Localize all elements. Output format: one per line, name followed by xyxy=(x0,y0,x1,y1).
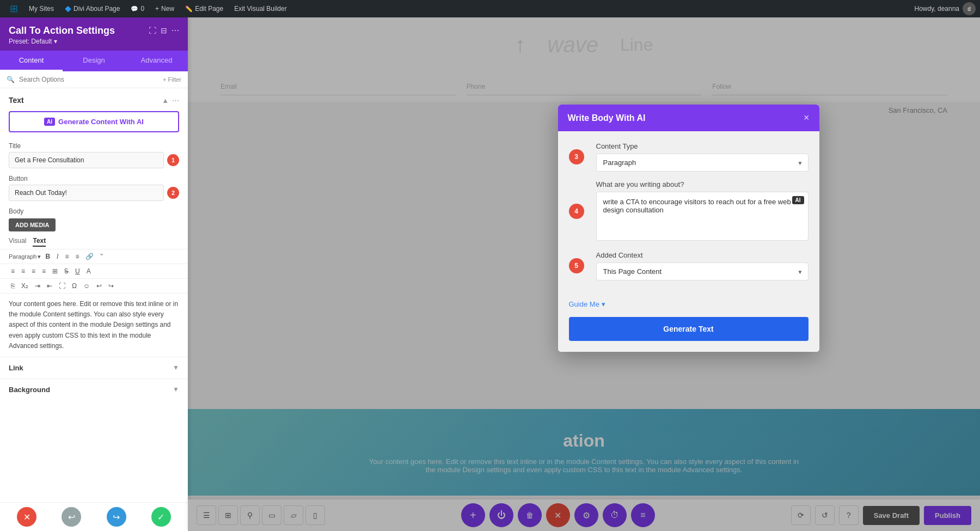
generate-text-button[interactable]: Generate Text xyxy=(569,317,808,341)
table-btn[interactable]: ⊞ xyxy=(50,266,60,276)
exit-visual-builder-btn[interactable]: Exit Visual Builder xyxy=(229,0,292,17)
redo-btn[interactable]: ↪ xyxy=(106,281,116,291)
copy-btn[interactable]: ⎘ xyxy=(9,281,17,291)
step-1-badge: 1 xyxy=(167,154,179,166)
edit-page-link[interactable]: ✏️ Edit Page xyxy=(180,0,229,17)
step-5-badge: 5 xyxy=(569,258,584,273)
guide-me-arrow: ▾ xyxy=(602,300,605,308)
button-row: Reach Out Today! 2 xyxy=(9,185,179,201)
bold-btn[interactable]: B xyxy=(43,252,52,261)
background-section: Background ▼ xyxy=(0,379,188,400)
background-section-header[interactable]: Background ▼ xyxy=(0,379,188,400)
comments-link[interactable]: 💬 0 xyxy=(125,0,150,17)
writing-prompt-field: 4 What are you writing about? write a CT… xyxy=(569,180,808,242)
panel-content: Text ▲ ⋯ AI Generate Content With AI Tit… xyxy=(0,88,188,502)
guide-me-button[interactable]: Guide Me ▾ xyxy=(569,300,605,308)
panel-header-icons: ⛶ ⊟ ⋯ xyxy=(149,26,179,35)
filter-button[interactable]: + Filter xyxy=(163,76,181,83)
left-panel: Call To Action Settings Preset: Default … xyxy=(0,17,188,531)
title-field-group: Title Get a Free Consultation 1 xyxy=(0,139,188,172)
link-section: Link ▼ xyxy=(0,357,188,379)
write-body-modal: Write Body With AI × 3 Content Type Para… xyxy=(558,105,819,352)
generate-content-btn[interactable]: AI Generate Content With AI xyxy=(9,111,179,132)
collapse-icon[interactable]: ▲ xyxy=(162,96,169,105)
added-context-select[interactable]: This Page Content None Custom xyxy=(596,263,808,280)
text-section-header[interactable]: Text ▲ ⋯ xyxy=(0,88,188,109)
editor-toolbar-row3: ⎘ X₂ ⇥ ⇤ ⛶ Ω ☺ ↩ ↪ xyxy=(0,279,188,294)
modal-close-btn[interactable]: × xyxy=(804,112,810,124)
columns-icon[interactable]: ⊟ xyxy=(161,26,167,35)
panel-preset[interactable]: Preset: Default ▾ xyxy=(9,38,115,45)
redo-button[interactable]: ↪ xyxy=(107,507,126,527)
modal-header: Write Body With AI × xyxy=(558,105,819,131)
justify-btn[interactable]: ≡ xyxy=(40,266,48,276)
modal-body: 3 Content Type Paragraph Bullet Points N… xyxy=(558,131,819,300)
new-menu[interactable]: + New xyxy=(150,0,180,17)
wp-admin-bar: ⊞ My Sites 🔷 Divi About Page 💬 0 + New ✏… xyxy=(0,0,980,17)
undo-btn[interactable]: ↩ xyxy=(94,281,104,291)
step-4-badge: 4 xyxy=(569,204,584,219)
subscript-btn[interactable]: X₂ xyxy=(19,281,30,291)
fullscreen-editor-btn[interactable]: ⛶ xyxy=(57,281,68,291)
align-right-btn[interactable]: ≡ xyxy=(29,266,38,276)
button-input[interactable]: Reach Out Today! xyxy=(9,185,164,201)
ordered-list-btn[interactable]: ≡ xyxy=(73,252,81,261)
indent-btn[interactable]: ⇥ xyxy=(33,281,42,291)
writing-prompt-label: What are you writing about? xyxy=(596,180,808,188)
content-type-select[interactable]: Paragraph Bullet Points Numbered List He… xyxy=(596,154,808,172)
link-chevron: ▼ xyxy=(173,364,179,371)
title-input[interactable]: Get a Free Consultation xyxy=(9,152,164,168)
editor-content-area[interactable]: Your content goes here. Edit or remove t… xyxy=(0,294,188,357)
emoji-btn[interactable]: ☺ xyxy=(81,281,92,291)
user-avatar: d xyxy=(963,2,976,15)
panel-bottom-buttons: ✕ ↩ ↪ ✓ xyxy=(0,502,188,531)
align-left-btn[interactable]: ≡ xyxy=(9,266,17,276)
divi-about-page-link[interactable]: 🔷 Divi About Page xyxy=(59,0,125,17)
my-sites-menu[interactable]: My Sites xyxy=(23,0,59,17)
search-icon: 🔍 xyxy=(7,76,15,83)
special-chars-btn[interactable]: Ω xyxy=(70,281,79,291)
tab-advanced[interactable]: Advanced xyxy=(125,51,188,71)
panel-header: Call To Action Settings Preset: Default … xyxy=(0,17,188,51)
content-type-label: Content Type xyxy=(596,142,808,150)
section-more-icon[interactable]: ⋯ xyxy=(172,96,179,105)
italic-btn[interactable]: I xyxy=(54,252,60,261)
undo-button[interactable]: ↩ xyxy=(62,507,81,527)
strikethrough-btn[interactable]: S̶ xyxy=(62,266,71,276)
added-context-field: 5 Added Context This Page Content None C… xyxy=(569,251,808,280)
cancel-button[interactable]: ✕ xyxy=(17,507,36,527)
link-btn[interactable]: 🔗 xyxy=(83,252,96,261)
ai-corner-badge: AI xyxy=(792,196,804,204)
color-btn[interactable]: A xyxy=(84,266,93,276)
wp-logo[interactable]: ⊞ xyxy=(4,0,23,17)
section-header-icons: ▲ ⋯ xyxy=(162,96,179,105)
step-3-badge: 3 xyxy=(569,149,584,164)
editor-tab-visual[interactable]: Visual xyxy=(9,236,26,247)
background-chevron: ▼ xyxy=(173,386,179,393)
tab-design[interactable]: Design xyxy=(63,51,125,71)
modal-title: Write Body With AI xyxy=(568,113,646,123)
writing-prompt-textarea[interactable]: write a CTA to encourage visitors to rea… xyxy=(596,192,808,241)
more-icon[interactable]: ⋯ xyxy=(171,26,179,35)
blockquote-btn[interactable]: " xyxy=(98,252,105,261)
ai-icon: AI xyxy=(44,118,55,126)
editor-toolbar-row1: Paragraph ▾ B I ≡ ≡ 🔗 " xyxy=(0,249,188,264)
search-row: 🔍 + Filter xyxy=(0,71,188,88)
modal-overlay: Write Body With AI × 3 Content Type Para… xyxy=(188,17,980,531)
outdent-btn[interactable]: ⇤ xyxy=(45,281,54,291)
editor-tab-text[interactable]: Text xyxy=(33,236,46,247)
align-center-btn[interactable]: ≡ xyxy=(19,266,27,276)
save-button[interactable]: ✓ xyxy=(151,507,171,527)
unordered-list-btn[interactable]: ≡ xyxy=(63,252,71,261)
body-label: Body xyxy=(0,204,188,216)
link-section-header[interactable]: Link ▼ xyxy=(0,357,188,379)
fullscreen-icon[interactable]: ⛶ xyxy=(149,26,156,35)
search-input[interactable] xyxy=(19,76,158,83)
added-context-select-wrapper: This Page Content None Custom ▼ xyxy=(596,263,808,280)
button-label: Button xyxy=(9,175,179,182)
admin-bar-right: Howdy, deanna d xyxy=(915,2,976,15)
paragraph-select[interactable]: Paragraph ▾ xyxy=(9,253,41,260)
tab-content[interactable]: Content xyxy=(0,51,63,71)
add-media-button[interactable]: ADD MEDIA xyxy=(9,218,56,231)
underline-btn[interactable]: U xyxy=(73,266,82,276)
